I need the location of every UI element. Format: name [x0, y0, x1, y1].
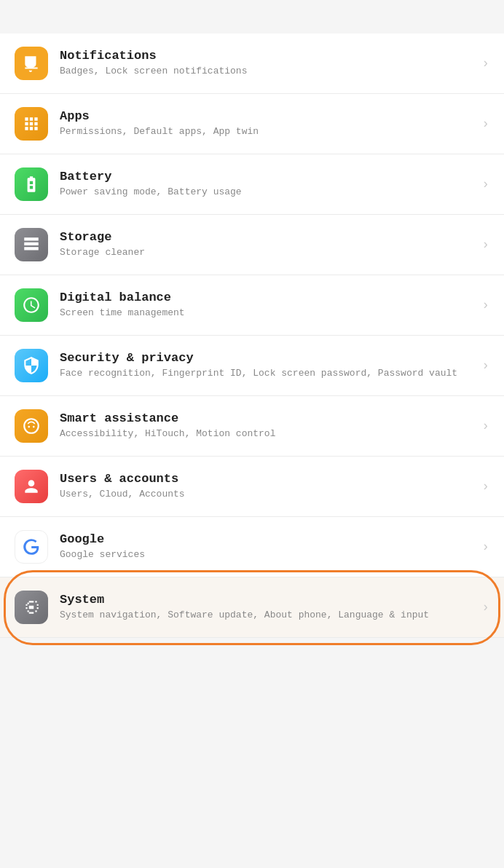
digital-chevron-icon: ›	[481, 298, 489, 312]
google-text: GoogleGoogle services	[60, 532, 476, 561]
settings-item-security[interactable]: Security & privacyFace recognition, Fing…	[0, 336, 504, 396]
digital-title: Digital balance	[60, 291, 476, 304]
users-text: Users & accountsUsers, Cloud, Accounts	[60, 472, 476, 501]
storage-text: StorageStorage cleaner	[60, 230, 476, 259]
smart-text: Smart assistanceAccessibility, HiTouch, …	[60, 411, 476, 441]
smart-title: Smart assistance	[60, 411, 476, 425]
users-icon	[15, 470, 48, 503]
settings-item-google[interactable]: GoogleGoogle services›	[0, 517, 504, 577]
apps-title: Apps	[60, 109, 476, 123]
settings-item-system[interactable]: SystemSystem navigation, Software update…	[0, 577, 504, 638]
settings-item-smart[interactable]: Smart assistanceAccessibility, HiTouch, …	[0, 396, 504, 457]
settings-item-apps[interactable]: AppsPermissions, Default apps, App twin›	[0, 94, 504, 154]
battery-text: BatteryPower saving mode, Battery usage	[60, 170, 476, 199]
settings-page: NotificationsBadges, Lock screen notific…	[0, 0, 504, 667]
security-text: Security & privacyFace recognition, Fing…	[60, 351, 476, 380]
storage-icon	[15, 228, 48, 261]
security-title: Security & privacy	[60, 351, 476, 365]
settings-item-battery[interactable]: BatteryPower saving mode, Battery usage›	[0, 154, 504, 215]
system-icon	[15, 591, 48, 624]
security-chevron-icon: ›	[481, 358, 489, 373]
settings-item-digital[interactable]: Digital balanceScreen time management›	[0, 275, 504, 336]
settings-item-storage[interactable]: StorageStorage cleaner›	[0, 215, 504, 275]
smart-subtitle: Accessibility, HiTouch, Motion control	[60, 427, 476, 441]
battery-chevron-icon: ›	[481, 177, 489, 192]
system-item-wrapper: SystemSystem navigation, Software update…	[0, 577, 504, 638]
settings-item-notifications[interactable]: NotificationsBadges, Lock screen notific…	[0, 33, 504, 94]
google-title: Google	[60, 532, 476, 546]
smart-icon	[15, 409, 48, 443]
battery-subtitle: Power saving mode, Battery usage	[60, 186, 476, 199]
smart-chevron-icon: ›	[481, 419, 489, 433]
battery-icon	[15, 167, 48, 201]
page-title	[0, 0, 504, 33]
system-chevron-icon: ›	[481, 600, 489, 615]
digital-subtitle: Screen time management	[60, 307, 476, 320]
system-title: System	[60, 593, 476, 607]
apps-text: AppsPermissions, Default apps, App twin	[60, 109, 476, 138]
users-title: Users & accounts	[60, 472, 476, 486]
system-text: SystemSystem navigation, Software update…	[60, 593, 476, 622]
google-icon	[15, 530, 48, 564]
security-icon	[15, 349, 48, 382]
storage-title: Storage	[60, 230, 476, 244]
apps-icon	[15, 107, 48, 141]
users-chevron-icon: ›	[481, 479, 489, 494]
system-subtitle: System navigation, Software update, Abou…	[60, 609, 476, 622]
digital-icon	[15, 288, 48, 322]
notifications-chevron-icon: ›	[481, 56, 489, 71]
security-subtitle: Face recognition, Fingerprint ID, Lock s…	[60, 367, 476, 380]
apps-subtitle: Permissions, Default apps, App twin	[60, 125, 476, 138]
storage-subtitle: Storage cleaner	[60, 246, 476, 259]
users-subtitle: Users, Cloud, Accounts	[60, 488, 476, 501]
notifications-title: Notifications	[60, 49, 476, 63]
apps-chevron-icon: ›	[481, 117, 489, 131]
battery-title: Battery	[60, 170, 476, 184]
storage-chevron-icon: ›	[481, 237, 489, 252]
notifications-icon	[15, 47, 48, 80]
notifications-text: NotificationsBadges, Lock screen notific…	[60, 49, 476, 78]
digital-text: Digital balanceScreen time management	[60, 291, 476, 320]
settings-list: NotificationsBadges, Lock screen notific…	[0, 33, 504, 638]
notifications-subtitle: Badges, Lock screen notifications	[60, 65, 476, 78]
google-subtitle: Google services	[60, 548, 476, 561]
settings-item-users[interactable]: Users & accountsUsers, Cloud, Accounts›	[0, 457, 504, 517]
google-chevron-icon: ›	[481, 540, 489, 554]
